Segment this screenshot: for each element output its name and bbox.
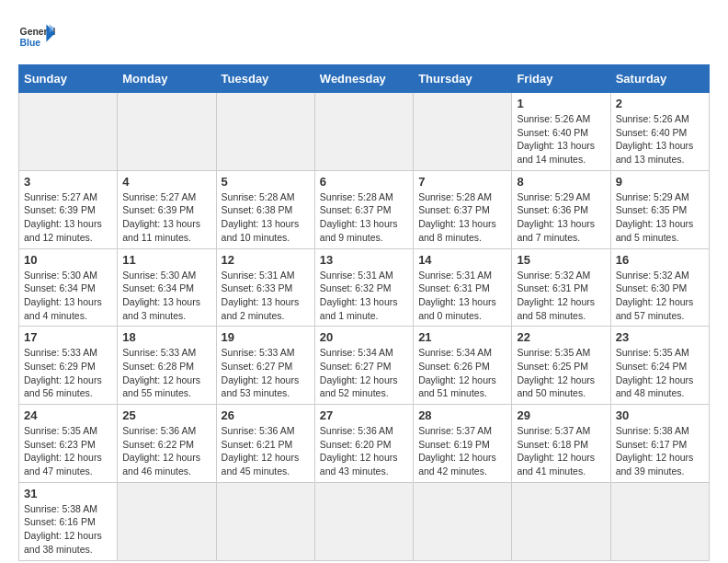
day-info: Sunrise: 5:37 AM Sunset: 6:19 PM Dayligh… xyxy=(418,424,506,478)
calendar-cell: 29Sunrise: 5:37 AM Sunset: 6:18 PM Dayli… xyxy=(512,405,610,483)
day-info: Sunrise: 5:33 AM Sunset: 6:28 PM Dayligh… xyxy=(122,346,210,400)
day-number: 8 xyxy=(517,175,605,189)
calendar-cell: 22Sunrise: 5:35 AM Sunset: 6:25 PM Dayli… xyxy=(512,327,610,405)
calendar-cell xyxy=(216,482,314,560)
day-number: 4 xyxy=(122,175,210,189)
calendar-week-row: 24Sunrise: 5:35 AM Sunset: 6:23 PM Dayli… xyxy=(19,405,710,483)
calendar-week-row: 31Sunrise: 5:38 AM Sunset: 6:16 PM Dayli… xyxy=(19,482,710,560)
day-number: 31 xyxy=(24,487,112,500)
day-number: 28 xyxy=(418,408,506,422)
day-info: Sunrise: 5:36 AM Sunset: 6:21 PM Dayligh… xyxy=(222,424,310,478)
calendar-cell xyxy=(414,93,512,171)
day-info: Sunrise: 5:30 AM Sunset: 6:34 PM Dayligh… xyxy=(24,269,112,323)
day-info: Sunrise: 5:31 AM Sunset: 6:33 PM Dayligh… xyxy=(222,269,310,323)
day-info: Sunrise: 5:33 AM Sunset: 6:27 PM Dayligh… xyxy=(222,346,310,400)
calendar-week-row: 1Sunrise: 5:26 AM Sunset: 6:40 PM Daylig… xyxy=(19,93,710,171)
day-number: 17 xyxy=(24,330,112,344)
day-number: 12 xyxy=(222,253,310,267)
day-number: 16 xyxy=(616,253,704,267)
calendar-cell: 27Sunrise: 5:36 AM Sunset: 6:20 PM Dayli… xyxy=(314,405,413,483)
day-number: 7 xyxy=(418,175,506,189)
day-info: Sunrise: 5:38 AM Sunset: 6:17 PM Dayligh… xyxy=(616,424,704,478)
day-number: 29 xyxy=(517,408,605,422)
day-number: 19 xyxy=(222,330,310,344)
day-number: 22 xyxy=(517,330,605,344)
calendar-cell xyxy=(414,482,512,560)
logo-icon: General Blue xyxy=(18,18,55,55)
day-info: Sunrise: 5:38 AM Sunset: 6:16 PM Dayligh… xyxy=(24,502,112,557)
day-info: Sunrise: 5:31 AM Sunset: 6:32 PM Dayligh… xyxy=(320,269,408,323)
day-info: Sunrise: 5:29 AM Sunset: 6:35 PM Dayligh… xyxy=(616,190,704,245)
day-number: 27 xyxy=(320,408,408,422)
day-info: Sunrise: 5:27 AM Sunset: 6:39 PM Dayligh… xyxy=(122,190,210,245)
calendar-cell xyxy=(216,93,314,171)
calendar-header: SundayMondayTuesdayWednesdayThursdayFrid… xyxy=(19,65,710,93)
day-info: Sunrise: 5:28 AM Sunset: 6:37 PM Dayligh… xyxy=(320,190,408,245)
calendar-cell xyxy=(118,482,216,560)
day-number: 30 xyxy=(616,408,704,422)
day-info: Sunrise: 5:36 AM Sunset: 6:20 PM Dayligh… xyxy=(320,424,408,478)
day-number: 11 xyxy=(122,253,210,267)
calendar-cell: 10Sunrise: 5:30 AM Sunset: 6:34 PM Dayli… xyxy=(19,248,118,327)
calendar-cell: 8Sunrise: 5:29 AM Sunset: 6:36 PM Daylig… xyxy=(512,170,610,248)
weekday-header-monday: Monday xyxy=(118,65,216,93)
calendar-cell: 28Sunrise: 5:37 AM Sunset: 6:19 PM Dayli… xyxy=(414,405,512,483)
svg-text:Blue: Blue xyxy=(20,38,41,48)
calendar-week-row: 10Sunrise: 5:30 AM Sunset: 6:34 PM Dayli… xyxy=(19,248,710,327)
day-info: Sunrise: 5:35 AM Sunset: 6:25 PM Dayligh… xyxy=(517,346,605,400)
calendar-cell xyxy=(118,93,216,171)
day-number: 18 xyxy=(122,330,210,344)
calendar-cell: 21Sunrise: 5:34 AM Sunset: 6:26 PM Dayli… xyxy=(414,327,512,405)
day-info: Sunrise: 5:28 AM Sunset: 6:38 PM Dayligh… xyxy=(222,190,310,245)
calendar-cell: 25Sunrise: 5:36 AM Sunset: 6:22 PM Dayli… xyxy=(118,405,216,483)
day-number: 2 xyxy=(616,97,704,110)
weekday-header-saturday: Saturday xyxy=(610,65,709,93)
day-number: 15 xyxy=(517,253,605,267)
calendar-cell: 26Sunrise: 5:36 AM Sunset: 6:21 PM Dayli… xyxy=(216,405,314,483)
calendar-cell: 2Sunrise: 5:26 AM Sunset: 6:40 PM Daylig… xyxy=(610,93,709,171)
calendar-cell: 23Sunrise: 5:35 AM Sunset: 6:24 PM Dayli… xyxy=(610,327,709,405)
weekday-header-friday: Friday xyxy=(512,65,610,93)
day-info: Sunrise: 5:30 AM Sunset: 6:34 PM Dayligh… xyxy=(122,269,210,323)
day-info: Sunrise: 5:29 AM Sunset: 6:36 PM Dayligh… xyxy=(517,190,605,245)
day-info: Sunrise: 5:26 AM Sunset: 6:40 PM Dayligh… xyxy=(616,112,704,167)
calendar-cell: 15Sunrise: 5:32 AM Sunset: 6:31 PM Dayli… xyxy=(512,248,610,327)
calendar-week-row: 17Sunrise: 5:33 AM Sunset: 6:29 PM Dayli… xyxy=(19,327,710,405)
day-number: 9 xyxy=(616,175,704,189)
day-number: 3 xyxy=(24,175,112,189)
weekday-header-wednesday: Wednesday xyxy=(314,65,413,93)
day-number: 1 xyxy=(517,97,605,110)
calendar-cell xyxy=(610,482,709,560)
calendar-cell: 17Sunrise: 5:33 AM Sunset: 6:29 PM Dayli… xyxy=(19,327,118,405)
calendar-cell: 18Sunrise: 5:33 AM Sunset: 6:28 PM Dayli… xyxy=(118,327,216,405)
day-number: 5 xyxy=(222,175,310,189)
calendar-cell: 6Sunrise: 5:28 AM Sunset: 6:37 PM Daylig… xyxy=(314,170,413,248)
day-info: Sunrise: 5:27 AM Sunset: 6:39 PM Dayligh… xyxy=(24,190,112,245)
calendar-cell xyxy=(314,93,413,171)
day-info: Sunrise: 5:34 AM Sunset: 6:26 PM Dayligh… xyxy=(418,346,506,400)
calendar-cell: 31Sunrise: 5:38 AM Sunset: 6:16 PM Dayli… xyxy=(19,482,118,560)
calendar-cell xyxy=(512,482,610,560)
calendar-cell: 9Sunrise: 5:29 AM Sunset: 6:35 PM Daylig… xyxy=(610,170,709,248)
header: General Blue xyxy=(18,18,710,55)
day-number: 6 xyxy=(320,175,408,189)
day-info: Sunrise: 5:35 AM Sunset: 6:24 PM Dayligh… xyxy=(616,346,704,400)
day-number: 13 xyxy=(320,253,408,267)
day-number: 21 xyxy=(418,330,506,344)
calendar-cell: 11Sunrise: 5:30 AM Sunset: 6:34 PM Dayli… xyxy=(118,248,216,327)
day-info: Sunrise: 5:32 AM Sunset: 6:30 PM Dayligh… xyxy=(616,269,704,323)
weekday-header-sunday: Sunday xyxy=(19,65,118,93)
calendar-cell: 3Sunrise: 5:27 AM Sunset: 6:39 PM Daylig… xyxy=(19,170,118,248)
day-number: 24 xyxy=(24,408,112,422)
calendar-cell: 13Sunrise: 5:31 AM Sunset: 6:32 PM Dayli… xyxy=(314,248,413,327)
day-info: Sunrise: 5:28 AM Sunset: 6:37 PM Dayligh… xyxy=(418,190,506,245)
calendar-cell: 7Sunrise: 5:28 AM Sunset: 6:37 PM Daylig… xyxy=(414,170,512,248)
weekday-header-tuesday: Tuesday xyxy=(216,65,314,93)
day-number: 20 xyxy=(320,330,408,344)
day-info: Sunrise: 5:26 AM Sunset: 6:40 PM Dayligh… xyxy=(517,112,605,167)
day-number: 14 xyxy=(418,253,506,267)
day-info: Sunrise: 5:34 AM Sunset: 6:27 PM Dayligh… xyxy=(320,346,408,400)
day-number: 23 xyxy=(616,330,704,344)
day-number: 25 xyxy=(122,408,210,422)
calendar-cell: 14Sunrise: 5:31 AM Sunset: 6:31 PM Dayli… xyxy=(414,248,512,327)
